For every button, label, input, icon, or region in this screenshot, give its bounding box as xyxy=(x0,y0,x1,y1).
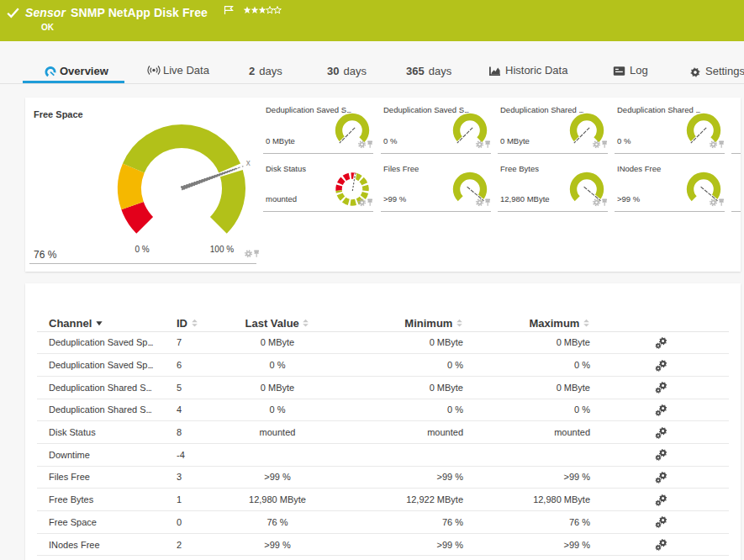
svg-text:x: x xyxy=(246,158,251,167)
